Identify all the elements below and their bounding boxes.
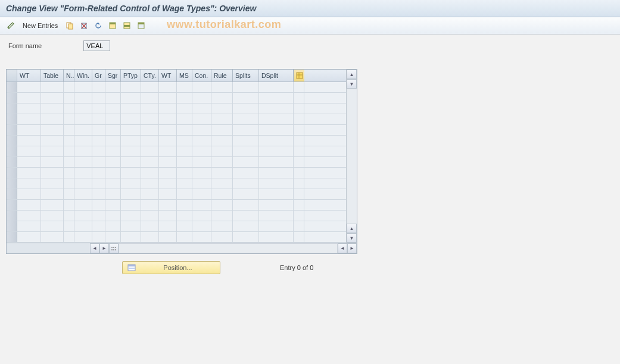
table-cell[interactable] xyxy=(17,189,41,199)
table-cell[interactable] xyxy=(177,125,192,135)
scroll-left-button[interactable]: ◄ xyxy=(90,243,99,253)
table-cell[interactable] xyxy=(233,211,259,221)
table-row[interactable] xyxy=(7,93,346,103)
table-cell[interactable] xyxy=(105,211,121,221)
column-header-con[interactable]: Con. xyxy=(192,70,211,81)
row-selector[interactable] xyxy=(7,136,17,146)
table-cell[interactable] xyxy=(121,103,141,114)
delete-button[interactable] xyxy=(78,20,90,32)
table-cell[interactable] xyxy=(105,136,121,146)
table-cell[interactable] xyxy=(74,136,92,146)
table-cell[interactable] xyxy=(41,93,64,103)
table-cell[interactable] xyxy=(92,82,105,92)
table-cell[interactable] xyxy=(259,200,294,210)
table-cell[interactable] xyxy=(105,93,121,103)
table-cell[interactable] xyxy=(177,211,192,221)
table-cell[interactable] xyxy=(92,114,105,124)
table-cell[interactable] xyxy=(121,114,141,124)
scroll-up-one-button[interactable]: ▲ xyxy=(347,224,357,233)
hscroll-track[interactable] xyxy=(119,243,338,253)
table-cell[interactable] xyxy=(259,168,294,178)
table-cell[interactable] xyxy=(64,211,74,221)
table-cell[interactable] xyxy=(141,93,159,103)
table-cell[interactable] xyxy=(233,189,259,199)
table-cell[interactable] xyxy=(105,82,121,92)
column-header-ms[interactable]: MS xyxy=(177,70,192,81)
table-cell[interactable] xyxy=(177,232,192,242)
table-cell[interactable] xyxy=(17,168,41,178)
table-cell[interactable] xyxy=(177,103,192,114)
column-header-win[interactable]: Win. xyxy=(74,70,92,81)
table-cell[interactable] xyxy=(121,125,141,135)
table-cell[interactable] xyxy=(177,200,192,210)
column-header-n[interactable]: N.. xyxy=(64,70,74,81)
table-cell[interactable] xyxy=(233,82,259,92)
table-cell[interactable] xyxy=(41,146,64,156)
table-cell[interactable] xyxy=(64,157,74,167)
table-cell[interactable] xyxy=(233,200,259,210)
scroll-left-one-button[interactable]: ◄ xyxy=(338,243,347,253)
table-cell[interactable] xyxy=(233,136,259,146)
table-cell[interactable] xyxy=(159,168,177,178)
table-cell[interactable] xyxy=(192,200,211,210)
scroll-right-button[interactable]: ► xyxy=(347,243,357,253)
table-row[interactable] xyxy=(7,114,346,125)
table-cell[interactable] xyxy=(41,178,64,189)
table-cell[interactable] xyxy=(259,82,294,92)
table-cell[interactable] xyxy=(74,189,92,199)
table-cell[interactable] xyxy=(159,221,177,231)
scroll-down-button[interactable]: ▼ xyxy=(347,233,357,243)
table-row[interactable] xyxy=(7,232,346,243)
scroll-down-one-button[interactable]: ▼ xyxy=(347,79,357,89)
table-cell[interactable] xyxy=(41,114,64,124)
table-cell[interactable] xyxy=(92,211,105,221)
table-cell[interactable] xyxy=(192,93,211,103)
table-cell[interactable] xyxy=(233,93,259,103)
table-cell[interactable] xyxy=(41,221,64,231)
column-header-cty[interactable]: CTy. xyxy=(141,70,159,81)
table-cell[interactable] xyxy=(92,93,105,103)
table-cell[interactable] xyxy=(17,114,41,124)
table-cell[interactable] xyxy=(159,136,177,146)
table-cell[interactable] xyxy=(74,146,92,156)
table-cell[interactable] xyxy=(177,82,192,92)
column-header-wt1[interactable]: WT xyxy=(17,70,41,81)
table-cell[interactable] xyxy=(192,232,211,242)
table-cell[interactable] xyxy=(64,168,74,178)
table-cell[interactable] xyxy=(177,114,192,124)
table-cell[interactable] xyxy=(64,146,74,156)
table-cell[interactable] xyxy=(159,200,177,210)
table-cell[interactable] xyxy=(259,221,294,231)
table-cell[interactable] xyxy=(74,114,92,124)
table-cell[interactable] xyxy=(92,221,105,231)
column-header-dsplit[interactable]: DSplit xyxy=(259,70,294,81)
table-cell[interactable] xyxy=(74,82,92,92)
table-cell[interactable] xyxy=(92,178,105,189)
deselect-all-button[interactable] xyxy=(135,20,147,32)
table-cell[interactable] xyxy=(92,189,105,199)
table-cell[interactable] xyxy=(141,200,159,210)
row-selector-header[interactable] xyxy=(7,70,17,81)
table-cell[interactable] xyxy=(159,82,177,92)
table-cell[interactable] xyxy=(233,221,259,231)
table-cell[interactable] xyxy=(141,232,159,242)
table-cell[interactable] xyxy=(121,200,141,210)
table-cell[interactable] xyxy=(17,200,41,210)
table-cell[interactable] xyxy=(233,146,259,156)
table-cell[interactable] xyxy=(121,168,141,178)
row-selector[interactable] xyxy=(7,114,17,124)
scroll-full-button[interactable] xyxy=(109,243,119,253)
table-cell[interactable] xyxy=(159,146,177,156)
table-cell[interactable] xyxy=(192,114,211,124)
table-cell[interactable] xyxy=(141,189,159,199)
row-selector[interactable] xyxy=(7,178,17,189)
configure-columns-button[interactable] xyxy=(294,70,304,81)
scroll-right-one-button[interactable]: ► xyxy=(99,243,109,253)
table-cell[interactable] xyxy=(192,82,211,92)
table-cell[interactable] xyxy=(105,168,121,178)
table-cell[interactable] xyxy=(211,178,233,189)
table-cell[interactable] xyxy=(259,232,294,242)
table-cell[interactable] xyxy=(105,189,121,199)
table-cell[interactable] xyxy=(192,136,211,146)
table-cell[interactable] xyxy=(159,232,177,242)
